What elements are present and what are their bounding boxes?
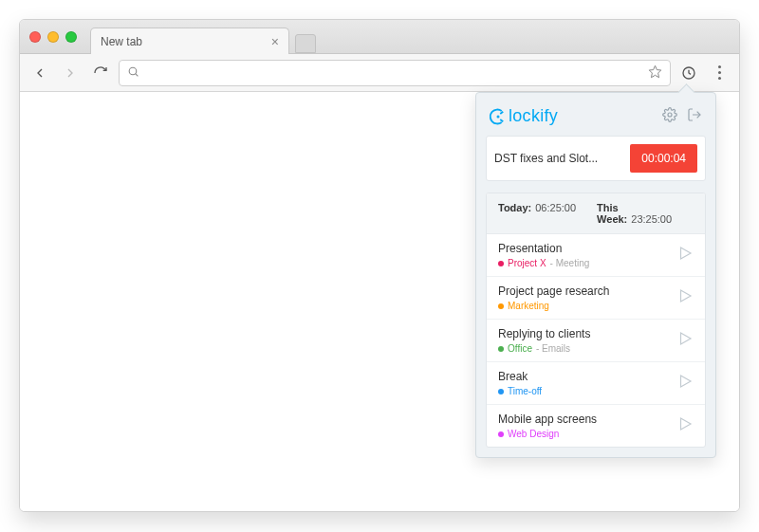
start-entry-button[interactable] [676,245,694,266]
summary-today: Today:06:25:00 [498,202,576,225]
entry-main: Break Time-off [498,370,676,396]
current-entry: DST fixes and Slot... 00:00:04 [486,136,706,181]
entry-title: Presentation [498,242,676,255]
entry-project-row: Marketing [498,301,676,311]
start-entry-button[interactable] [676,373,694,394]
entry-project-row: Project X Meeting [498,258,676,268]
play-icon [676,245,694,262]
svg-marker-6 [681,290,692,302]
time-entry[interactable]: Presentation Project X Meeting [487,234,705,277]
clockify-extension-button[interactable] [676,61,701,85]
svg-marker-8 [681,376,692,387]
entry-project: Office [508,343,532,354]
entry-project-row: Web Design [498,429,676,439]
browser-window: New tab × [19,19,740,512]
gear-icon [662,107,677,122]
play-icon [676,415,694,432]
entry-project: Project X [508,258,546,268]
entry-project: Web Design [508,429,559,439]
bookmark-star-icon[interactable] [648,64,662,82]
clockify-logo: lockify [490,106,558,126]
browser-menu-button[interactable] [707,61,731,85]
entry-main: Replying to clients Office Emails [498,327,676,354]
entry-title: Mobile app screens [498,413,676,426]
start-entry-button[interactable] [676,287,694,308]
entries-list: Presentation Project X Meeting Project p… [487,234,705,447]
svg-point-4 [668,113,672,117]
logout-icon [687,107,702,122]
maximize-window-button[interactable] [65,31,77,43]
new-tab-button[interactable] [295,34,316,53]
entry-task: Meeting [550,258,590,268]
time-entry[interactable]: Break Time-off [487,362,705,405]
forward-button[interactable] [58,61,83,85]
logout-button[interactable] [687,107,702,126]
reload-button[interactable] [88,61,113,85]
entry-title: Replying to clients [498,327,676,340]
brand-text: lockify [509,106,558,126]
entry-project-row: Office Emails [498,343,676,354]
toolbar [20,54,739,92]
entry-project: Time-off [508,386,542,396]
browser-tab[interactable]: New tab × [90,28,289,54]
time-entry[interactable]: Replying to clients Office Emails [487,320,705,362]
clockify-popup: lockify DST fixes and Slot... 00:00:04 [475,92,716,458]
close-tab-button[interactable]: × [271,34,279,49]
kebab-icon [711,65,728,80]
back-button[interactable] [28,61,52,85]
titlebar: New tab × [20,20,739,54]
svg-marker-1 [649,65,661,78]
svg-marker-5 [681,248,692,259]
tab-title: New tab [101,35,142,48]
address-bar[interactable] [119,60,671,86]
svg-marker-7 [681,333,692,344]
summary-week: This Week:23:25:00 [597,202,694,225]
svg-point-0 [129,67,137,75]
entry-main: Presentation Project X Meeting [498,242,676,268]
entry-title: Project page research [498,284,676,298]
current-entry-title[interactable]: DST fixes and Slot... [494,152,622,165]
clockify-logo-icon [490,108,507,125]
time-entry[interactable]: Project page research Marketing [487,277,705,320]
time-summary: Today:06:25:00 This Week:23:25:00 [487,193,705,234]
close-window-button[interactable] [29,31,41,43]
start-entry-button[interactable] [676,415,694,436]
settings-button[interactable] [662,107,677,126]
project-color-dot [498,346,504,352]
entries-panel: Today:06:25:00 This Week:23:25:00 Presen… [486,193,706,448]
address-input[interactable] [147,65,640,80]
minimize-window-button[interactable] [47,31,59,43]
svg-marker-9 [681,418,692,430]
start-entry-button[interactable] [676,330,694,351]
svg-point-3 [497,115,500,118]
popup-header: lockify [486,102,706,136]
page-content: lockify DST fixes and Slot... 00:00:04 [20,92,739,511]
search-icon [127,65,139,81]
stop-timer-button[interactable]: 00:00:04 [630,144,697,173]
entry-project-row: Time-off [498,386,676,396]
entry-main: Mobile app screens Web Design [498,413,676,439]
project-color-dot [498,431,504,437]
tab-strip: New tab × [90,20,316,53]
entry-main: Project page research Marketing [498,284,676,311]
entry-title: Break [498,370,676,383]
project-color-dot [498,389,504,394]
play-icon [676,330,694,347]
entry-project: Marketing [508,301,549,311]
play-icon [676,373,694,390]
project-color-dot [498,303,504,309]
entry-task: Emails [536,343,570,354]
time-entry[interactable]: Mobile app screens Web Design [487,405,705,447]
window-controls [29,31,77,43]
play-icon [676,287,694,304]
project-color-dot [498,261,504,266]
